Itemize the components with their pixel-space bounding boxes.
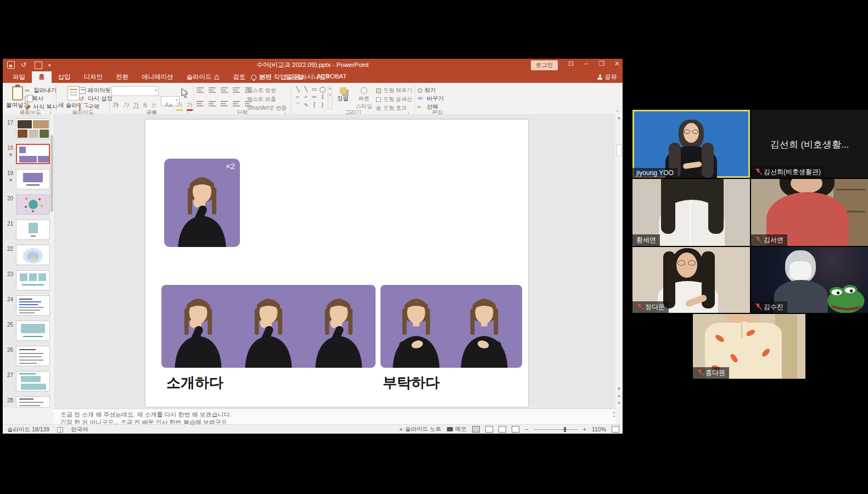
list-buttons[interactable] [197,87,252,93]
comments-button[interactable]: 메모 [447,425,467,433]
video-tile-hwang-seyeon[interactable]: 황세연 [632,179,750,246]
fit-to-window-button[interactable] [612,426,619,433]
zoom-in-button[interactable]: + [583,426,586,433]
zoom-out-button[interactable]: − [525,426,528,433]
thumbnail-scrollbar[interactable] [50,114,54,408]
tab-design[interactable]: 디자인 [77,71,110,83]
video-tile-kim-seoyeon[interactable]: 김서연 [751,179,868,246]
spellcheck-icon[interactable] [57,427,63,433]
video-tile-jung-daun[interactable]: 정다운 [632,247,750,313]
scissors-icon [25,87,31,94]
zoom-slider[interactable] [534,429,578,430]
thumbnail-preview [16,144,50,164]
share-button[interactable]: 공유 [597,73,617,81]
reset-icon [79,96,86,102]
tab-review[interactable]: 검토 [226,71,252,83]
ribbon-tab-row: 파일 홈 삽입 디자인 전환 애니메이션 슬라이드 쇼 검토 보기 도움말 AC… [3,71,623,83]
undo-icon[interactable] [21,61,29,69]
sign-image-single[interactable]: ×2 [164,159,240,247]
notes-scroll-arrows[interactable]: ▴▾ [613,410,615,419]
align-text-button[interactable]: 텍스트 맞춤 [247,96,287,103]
notes-pane[interactable]: ▾ 조금 전 소개 해 주셨는데요. 제 소개를 다시 한번 해 보겠습니다. … [54,408,615,424]
tab-insert[interactable]: 삽입 [52,71,77,83]
copy-icon [25,96,30,102]
tell-me-search[interactable]: 어떤 작업을 원하시나요? [251,73,329,81]
shape-gallery-scrollbar[interactable]: ▲▼ [328,86,332,109]
italic-button: 가 [123,101,130,109]
shape-outline-icon [376,97,381,102]
shape-outline-button[interactable]: 도형 윤곽선 [376,96,412,103]
glasses [677,260,685,266]
numbering-icon[interactable] [209,87,216,93]
font-name-combobox[interactable] [111,86,159,96]
arrange-button[interactable]: 정렬 [337,87,349,103]
login-button[interactable]: 로그인 [531,60,558,70]
slide-sorter-view-button[interactable] [485,426,493,433]
layout-button[interactable]: 레이아웃 [79,87,111,94]
animation-star-icon [9,153,13,156]
participant-hair [663,251,675,308]
copy-button[interactable]: 복사 [25,95,43,103]
start-slideshow-icon[interactable] [35,61,42,69]
video-tile-hong-dawon[interactable]: 홍다원 [693,314,805,379]
previous-slide-button[interactable]: ⏶ [615,394,623,399]
tab-home[interactable]: 홈 [32,71,52,83]
shape-gallery[interactable]: ╲╲▭◯ ⌐⌐⇨⇩ ⌒∿{} [294,86,327,109]
find-button[interactable]: 찾기 [418,87,436,94]
cut-button[interactable]: 잘라내기 [25,87,57,94]
align-right-icon[interactable] [221,101,228,106]
zoom-level[interactable]: 110% [592,426,606,433]
ribbon-display-options-icon[interactable]: ⊡ [568,60,574,68]
participant-name-label: 김서연 [751,234,787,246]
participant-hair [702,143,714,178]
align-center-icon[interactable] [209,101,216,106]
reset-button[interactable]: 다시 설정 [79,95,113,103]
thumbnail-preview [16,346,50,366]
save-icon[interactable] [7,61,15,69]
qat-customize-icon[interactable] [48,61,56,69]
restore-button[interactable]: ❐ [598,60,605,68]
next-slide-button[interactable]: ⏷ [615,401,623,406]
language-indicator[interactable]: 한국어 [71,426,88,434]
tab-animations[interactable]: 애니메이션 [135,71,180,83]
normal-view-button[interactable] [472,426,480,433]
sign-image-introduce[interactable] [161,285,376,368]
indent-increase-icon[interactable] [233,87,240,93]
text-direction-button[interactable]: 텍스트 방향 [247,87,287,94]
bullets-icon[interactable] [197,87,204,93]
search-icon [418,88,422,93]
align-left-icon[interactable] [197,101,204,106]
slide-canvas[interactable]: ×2 누구세요? 소개하다 부탁하다 [145,120,528,407]
tab-slideshow[interactable]: 슬라이드 쇼 [180,71,227,83]
desktop: 수어(비교과 2022.09).pptx - PowerPoint 로그인 ⊡ … [0,0,868,494]
notes-toggle-button[interactable]: ≑슬라이드 노트 [399,425,441,433]
slide-scrollbar[interactable]: ▲ ▼ ⏶ ⏷ [615,114,623,408]
quick-styles-button[interactable]: 빠른 스타일 [356,87,372,110]
minimize-button[interactable]: – [583,60,590,68]
caption-request[interactable]: 부탁하다 [383,373,440,392]
earphone-cord [690,201,691,246]
video-tile-kim-sunhee[interactable]: 김선희 (비호생활... 김선희(비호생활관) [751,110,868,178]
video-tile-kim-sujin[interactable]: 김수진 [751,247,868,313]
scrollbar-thumb[interactable] [617,144,621,156]
replace-button[interactable]: ab바꾸기 [418,95,444,103]
thumbnail-preview [16,194,50,215]
tab-transitions[interactable]: 전환 [109,71,135,83]
justify-icon[interactable] [233,101,240,106]
participant-hair [661,179,675,234]
shape-fill-button[interactable]: 도형 채우기 [376,87,412,94]
video-tile-jiyoung-yoo[interactable]: jiyoung YOO [632,110,750,178]
pepe-frog-image [822,281,868,313]
caption-introduce[interactable]: 소개하다 [166,373,223,392]
zoom-slider-thumb[interactable] [564,427,566,432]
indent-decrease-icon[interactable] [221,87,228,93]
glasses [688,260,696,266]
group-font: 가 가 가 가 S 간격 Aa 가 가 글꼴 [110,83,193,117]
close-button[interactable]: ✕ [614,60,620,68]
tab-file[interactable]: 파일 [6,71,32,83]
sign-image-request[interactable] [380,285,522,368]
align-buttons[interactable] [197,101,252,106]
muted-mic-icon [755,237,761,244]
slideshow-view-button[interactable] [512,426,519,433]
reading-view-button[interactable] [499,426,506,433]
